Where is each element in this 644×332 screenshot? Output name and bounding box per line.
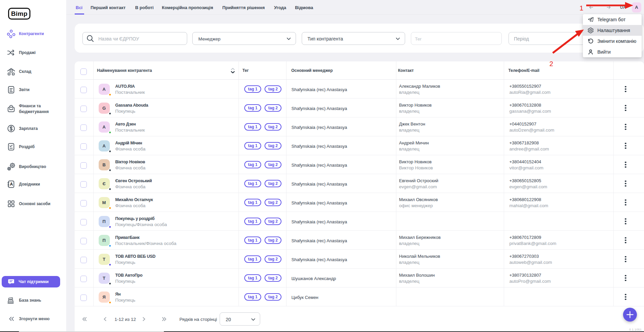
svg-text:1: 1: [579, 4, 584, 12]
svg-text:A: A: [10, 182, 13, 187]
svg-text:2: 2: [549, 60, 553, 67]
